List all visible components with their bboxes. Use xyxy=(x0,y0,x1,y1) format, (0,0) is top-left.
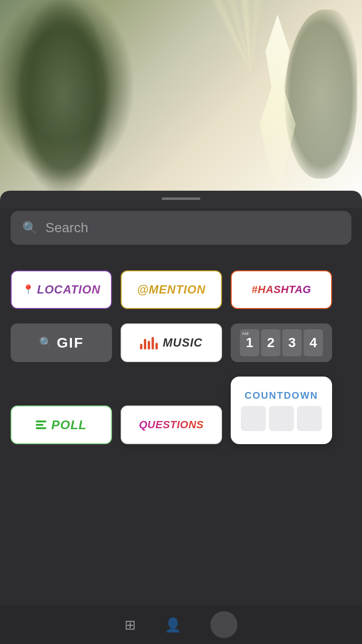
sticker-picker-sheet: 🔍 📍 LOCATION @MENTION #HASHTAG xyxy=(0,191,362,644)
countdown-block-3 xyxy=(297,406,322,431)
location-label: LOCATION xyxy=(37,283,101,296)
location-pin-icon: 📍 xyxy=(22,284,34,295)
sticker-mention[interactable]: @MENTION xyxy=(121,270,222,309)
sticker-hashtag[interactable]: #HASHTAG xyxy=(231,270,332,309)
time-block-1: AM 1 xyxy=(240,329,259,356)
search-bar[interactable]: 🔍 xyxy=(11,211,351,245)
person-icon[interactable]: 👤 xyxy=(165,617,181,633)
bottom-bar: ⊞ 👤 xyxy=(0,605,362,644)
sticker-row-1: 📍 LOCATION @MENTION #HASHTAG xyxy=(11,270,351,309)
mention-label: @MENTION xyxy=(137,283,206,296)
hashtag-label: #HASHTAG xyxy=(251,283,311,296)
background-photo xyxy=(0,0,362,208)
time-digit-4: 4 xyxy=(309,335,317,350)
sticker-questions[interactable]: QUESTIONS xyxy=(121,406,222,444)
time-block-3: 3 xyxy=(282,329,302,356)
countdown-blocks xyxy=(241,406,322,431)
music-bars-icon xyxy=(140,336,158,350)
time-block-2: 2 xyxy=(261,329,280,356)
time-am: AM xyxy=(242,331,249,336)
search-input[interactable] xyxy=(45,220,340,236)
grid-icon[interactable]: ⊞ xyxy=(125,617,136,633)
questions-label: QUESTIONS xyxy=(139,419,204,431)
gif-label: GIF xyxy=(57,335,84,351)
countdown-block-1 xyxy=(241,406,266,431)
time-digit-2: 2 xyxy=(267,335,275,350)
sticker-location[interactable]: 📍 LOCATION xyxy=(11,270,112,309)
search-container: 🔍 xyxy=(11,211,351,245)
search-icon: 🔍 xyxy=(22,221,38,236)
music-label: MUSIC xyxy=(163,336,202,350)
countdown-label: COUNTDOWN xyxy=(245,390,318,401)
sticker-gif[interactable]: 🔍 GIF xyxy=(11,323,112,362)
sticker-row-2: 🔍 GIF MUSIC AM 1 xyxy=(11,323,351,362)
sticker-row-3: POLL QUESTIONS COUNTDOWN xyxy=(11,377,351,444)
gif-search-icon: 🔍 xyxy=(39,336,52,349)
countdown-block-2 xyxy=(269,406,294,431)
camera-button[interactable] xyxy=(210,611,237,638)
poll-label: POLL xyxy=(51,418,86,433)
sticker-poll[interactable]: POLL xyxy=(11,406,112,444)
drag-handle[interactable] xyxy=(162,197,200,200)
sticker-music[interactable]: MUSIC xyxy=(121,323,222,362)
time-digit-3: 3 xyxy=(288,335,296,350)
time-block-4: 4 xyxy=(304,329,323,356)
sticker-time[interactable]: AM 1 2 3 4 xyxy=(231,323,332,362)
time-digit-1: 1 xyxy=(246,335,253,350)
sticker-grid: 📍 LOCATION @MENTION #HASHTAG 🔍 GIF xyxy=(11,261,351,454)
poll-lines-icon xyxy=(36,420,46,429)
sticker-countdown[interactable]: COUNTDOWN xyxy=(231,377,332,444)
